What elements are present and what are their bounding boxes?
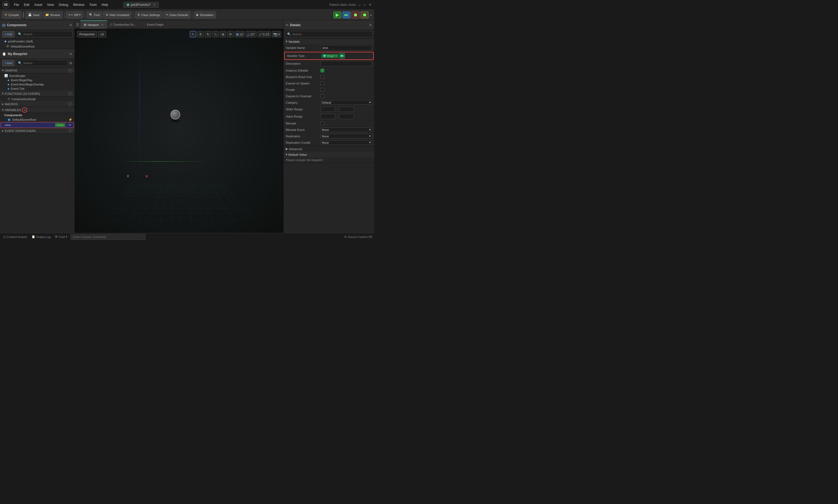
viewport-menu-icon[interactable]: ☰ (76, 22, 80, 27)
slider-range-max[interactable] (339, 107, 354, 112)
orbit-icon[interactable]: ⟳ (227, 31, 233, 37)
instance-editable-checkbox[interactable]: ✓ (320, 69, 324, 72)
add-blueprint-button[interactable]: + Add (2, 60, 14, 66)
variable-name-input[interactable] (320, 45, 372, 51)
menu-window[interactable]: Window (71, 2, 87, 7)
actor-begin-overlap-item[interactable]: ◆ Event ActorBeginOverlap (0, 82, 74, 87)
blueprint-search[interactable]: 🔍 (16, 60, 68, 66)
expose-spawn-checkbox[interactable]: ✓ (320, 82, 324, 85)
scale-mode-icon[interactable]: ⤡ (212, 31, 219, 37)
console-input-area[interactable] (71, 234, 145, 240)
class-defaults-button[interactable]: ✏ Class Defaults (163, 12, 191, 18)
replication-condition-select[interactable]: None ▾ (320, 140, 372, 145)
functions-section[interactable]: ▾ FUNCTIONS (18 OVERRI) + (0, 91, 74, 97)
variables-add-button[interactable]: + (22, 107, 27, 113)
event-graph-tab[interactable]: ⋯ Event Graph (140, 20, 167, 29)
play-button[interactable]: ▶ (333, 12, 341, 18)
components-group-item[interactable]: Components (0, 113, 74, 117)
advanced-section[interactable]: ▶ Advanced (284, 146, 374, 152)
omo-variable-item[interactable]: omo Integer 👁 (1, 122, 74, 128)
graphs-add-button[interactable]: + (68, 68, 72, 73)
replication-select[interactable]: None ▾ (320, 134, 372, 138)
bitmask-enum-select[interactable]: None ▾ (320, 127, 372, 132)
value-range-max[interactable] (339, 114, 354, 119)
functions-add-button[interactable]: + (68, 92, 72, 96)
menu-help[interactable]: Help (100, 2, 110, 7)
private-checkbox[interactable]: ✓ (320, 88, 324, 92)
category-select[interactable]: Default ▾ (320, 100, 372, 105)
default-scene-root-var-item[interactable]: 🔷 DefaultSceneRoot ⚡ (0, 117, 74, 122)
select-mode-icon[interactable]: ↖ (190, 31, 196, 37)
grid-snapping-btn[interactable]: ▦ 10 (235, 31, 244, 37)
record-button[interactable]: ⏺ (361, 12, 369, 18)
browse-button[interactable]: 📂 Browse (43, 12, 63, 18)
translate-mode-icon[interactable]: ✛ (197, 31, 204, 37)
hide-unrelated-button[interactable]: 👁 Hide Unrelated (103, 12, 132, 18)
scale-snapping-btn[interactable]: ⤢ 0.25 (258, 31, 270, 37)
type-option-button[interactable]: ▾ (339, 53, 345, 58)
value-range-min[interactable] (320, 114, 335, 119)
blueprint-readonly-checkbox[interactable]: ✓ (320, 75, 324, 79)
dispatchers-add-button[interactable]: + (68, 129, 72, 133)
viewport-tab[interactable]: ▦ Viewport ✕ (81, 20, 107, 29)
angle-snapping-btn[interactable]: △ 10° (246, 31, 257, 37)
find-button[interactable]: 🔍 Find (87, 12, 102, 18)
begin-play-item[interactable]: ◆ Event BeginPlay (0, 78, 74, 82)
menu-view[interactable]: View (45, 2, 56, 7)
event-dispatchers-section[interactable]: ▸ EVENT DISPATCHERS + (0, 128, 74, 134)
compile-button[interactable]: ⚙ Compile (2, 12, 21, 18)
menu-file[interactable]: File (12, 2, 21, 7)
surface-snapping-icon[interactable]: ⊕ (220, 31, 226, 37)
details-search[interactable]: 🔍 (285, 31, 373, 37)
description-input[interactable] (320, 61, 372, 66)
details-close-button[interactable]: ✕ (369, 23, 372, 27)
construction-script-item[interactable]: ↺ ConstructionScript (0, 97, 74, 101)
tab-close-btn[interactable]: × (154, 3, 155, 7)
play-anim-button[interactable]: ⏭ (343, 12, 350, 18)
stop-button[interactable]: ⏹ (351, 12, 360, 18)
rotate-mode-icon[interactable]: ↻ (205, 31, 211, 37)
graphs-section[interactable]: ▾ GRAPHS + (0, 68, 74, 73)
menu-debug[interactable]: Debug (57, 2, 70, 7)
components-search[interactable]: 🔍 (16, 31, 72, 37)
menu-tools[interactable]: Tools (87, 2, 99, 7)
active-tab[interactable]: printFromArc* × (123, 2, 159, 8)
viewport-tab-close[interactable]: ✕ (101, 23, 104, 27)
lit-button[interactable]: Lit (98, 31, 106, 37)
content-drawer-button[interactable]: ◫ Content Drawer (2, 234, 28, 239)
variables-section[interactable]: ▾ VARIABLES + (0, 107, 74, 113)
maximize-button[interactable]: □ (363, 3, 367, 7)
viewport-area[interactable]: Y X Perspective Lit ↖ ✛ ↻ ⤡ ⊕ ⟳ (75, 29, 283, 233)
save-button[interactable]: 💾 Save (26, 12, 42, 18)
expose-cinematics-checkbox[interactable]: ✓ (320, 94, 324, 98)
event-tick-item[interactable]: ◆ Event Tick (0, 87, 74, 91)
close-button[interactable]: ✕ (368, 3, 372, 7)
perspective-button[interactable]: Perspective (77, 31, 97, 37)
default-scene-root-item[interactable]: ⚙ DefaultSceneRoot (0, 44, 74, 49)
macros-section[interactable]: ▸ MACROS + (0, 101, 74, 107)
menu-asset[interactable]: Asset (32, 2, 45, 7)
construction-tab[interactable]: ƒ Construction Sc... (107, 20, 140, 29)
simulation-button[interactable]: ▶ Simulation (194, 12, 216, 18)
bitmask-checkbox[interactable]: ✓ (320, 122, 324, 125)
camera-speed-btn[interactable]: 📷 4 (272, 31, 281, 37)
omo-eye-icon[interactable]: 👁 (68, 123, 72, 127)
macros-add-button[interactable]: + (68, 102, 72, 106)
components-close-button[interactable]: ✕ (69, 23, 72, 27)
output-log-button[interactable]: 📋 Output Log (31, 234, 52, 239)
cmd-button[interactable]: ⌘ Cmd ▾ (54, 234, 68, 239)
add-component-button[interactable]: + Add (2, 31, 14, 37)
variable-type-button[interactable]: Integer ▾ (321, 54, 339, 58)
blueprint-settings-icon[interactable]: ⚙ (69, 61, 72, 65)
blueprint-search-input[interactable] (23, 61, 66, 65)
minimize-button[interactable]: — (357, 3, 361, 7)
toolbar-expand-icon[interactable]: » (370, 13, 372, 17)
diff-button[interactable]: ⟷ Diff ▾ (66, 12, 83, 18)
details-search-input[interactable] (292, 33, 371, 36)
console-input[interactable] (73, 235, 143, 238)
event-graph-item[interactable]: 📊 EventGraph (0, 73, 74, 78)
component-self-item[interactable]: ◆ printFromArc (Self) (0, 39, 74, 44)
blueprint-close-button[interactable]: ✕ (69, 52, 72, 56)
slider-range-min[interactable] (320, 107, 335, 112)
menu-edit[interactable]: Edit (22, 2, 32, 7)
